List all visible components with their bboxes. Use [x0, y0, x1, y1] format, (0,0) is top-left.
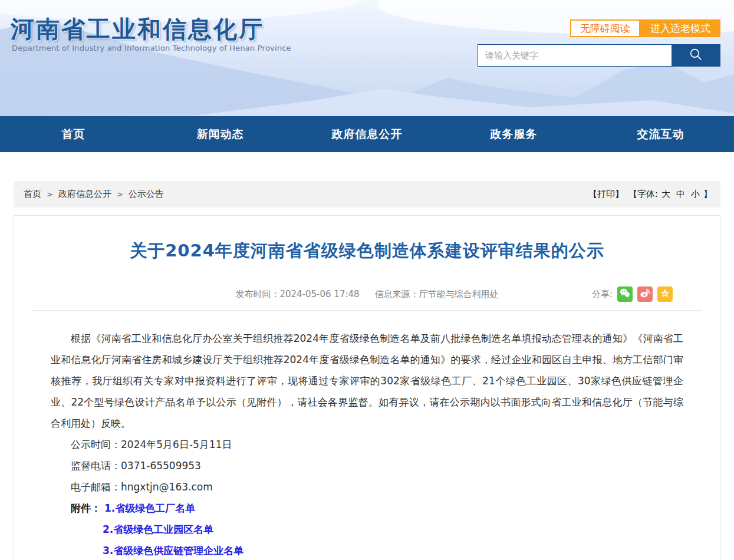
- page-tools: 【打印】 【字体: 大 中 小 】: [588, 189, 712, 200]
- attachments-line: 3.省级绿色供应链管理企业名单: [51, 540, 683, 560]
- breadcrumb-separator: >: [47, 190, 53, 199]
- breadcrumb-bar: 首页 > 政府信息公开 > 公示公告 【打印】 【字体: 大 中 小 】: [14, 181, 720, 207]
- announcement-period-label: 公示时间：: [71, 439, 121, 450]
- source-value: 厅节能与综合利用处: [419, 289, 499, 300]
- source-label: 信息来源：: [375, 289, 419, 300]
- article-container: 关于2024年度河南省省级绿色制造体系建设评审结果的公示 发布时间： 2024-…: [14, 215, 720, 560]
- font-size-tools: 【字体: 大 中 小 】: [628, 189, 712, 200]
- print-button[interactable]: 【打印】: [588, 189, 624, 200]
- site-subtitle: Department of Industry and Information T…: [12, 44, 291, 52]
- font-size-large-button[interactable]: 大: [661, 189, 670, 200]
- font-size-medium-button[interactable]: 中: [676, 189, 685, 200]
- share-qzone-button[interactable]: [657, 286, 673, 302]
- attachment-link-supply-chain[interactable]: 3.省级绿色供应链管理企业名单: [103, 545, 243, 556]
- site-title: 河南省工业和信息化厅: [11, 13, 264, 45]
- breadcrumb-announcements[interactable]: 公示公告: [129, 189, 164, 200]
- attachment-link-industrial-parks[interactable]: 2.省级绿色工业园区名单: [103, 523, 213, 535]
- font-size-label-suffix: 】: [703, 189, 712, 200]
- title-divider: [32, 310, 702, 311]
- accessibility-reading-button[interactable]: 无障碍阅读: [570, 19, 640, 37]
- nav-item-gov-info[interactable]: 政府信息公开: [294, 116, 440, 152]
- site-header: 河南省工业和信息化厅 Department of Industry and In…: [0, 0, 734, 116]
- supervision-phone-line: 监督电话：0371-65509953: [51, 455, 683, 476]
- breadcrumb: 首页 > 政府信息公开 > 公示公告: [24, 189, 164, 200]
- share-weibo-button[interactable]: [637, 286, 653, 302]
- article-paragraph: 根据《河南省工业和信息化厅办公室关于组织推荐2024年度省级绿色制造名单及前八批…: [51, 328, 683, 434]
- nav-item-home[interactable]: 首页: [0, 116, 147, 152]
- nav-item-news[interactable]: 新闻动态: [147, 116, 294, 152]
- font-size-label-prefix: 【字体:: [628, 189, 658, 200]
- nav-item-services[interactable]: 政务服务: [440, 116, 587, 152]
- breadcrumb-separator: >: [117, 190, 123, 199]
- email-line: 电子邮箱：hngxtjn@163.com: [51, 476, 683, 498]
- email-value: hngxtjn@163.com: [121, 481, 213, 493]
- share-toolbar: 分享:: [592, 286, 673, 302]
- qzone-star-icon: [659, 286, 672, 302]
- publish-time-value: 2024-05-06 17:48: [279, 289, 359, 299]
- breadcrumb-gov-info[interactable]: 政府信息公开: [58, 189, 111, 200]
- search-input[interactable]: [478, 45, 672, 66]
- font-size-small-button[interactable]: 小: [691, 189, 700, 200]
- share-label: 分享:: [592, 289, 613, 300]
- article-meta-row: 发布时间： 2024-05-06 17:48 信息来源： 厅节能与综合利用处 分…: [14, 285, 720, 303]
- announcement-period-value: 2024年5月6日-5月11日: [121, 439, 232, 450]
- share-wechat-button[interactable]: [617, 286, 633, 302]
- header-mode-buttons: 无障碍阅读 进入适老模式: [570, 19, 720, 37]
- email-label: 电子邮箱：: [71, 481, 121, 493]
- announcement-period-line: 公示时间：2024年5月6日-5月11日: [51, 434, 683, 455]
- main-navigation: 首页 新闻动态 政府信息公开 政务服务 交流互动: [0, 116, 734, 152]
- supervision-phone-label: 监督电话：: [71, 460, 121, 472]
- attachments-line: 附件：1.省级绿色工厂名单: [51, 498, 683, 519]
- search-button[interactable]: [672, 45, 720, 66]
- attachments-line: 2.省级绿色工业园区名单: [51, 519, 683, 540]
- weibo-icon: [638, 286, 651, 302]
- attachment-link-green-factories[interactable]: 1.省级绿色工厂名单: [104, 502, 195, 514]
- publish-time-label: 发布时间：: [235, 289, 279, 300]
- nav-item-interaction[interactable]: 交流互动: [587, 116, 734, 152]
- elder-mode-button[interactable]: 进入适老模式: [640, 19, 720, 37]
- site-search-bar: [478, 44, 720, 67]
- breadcrumb-home[interactable]: 首页: [24, 189, 41, 200]
- article-body: 根据《河南省工业和信息化厅办公室关于组织推荐2024年度省级绿色制造名单及前八批…: [14, 328, 720, 560]
- search-icon: [688, 47, 704, 64]
- wechat-icon: [618, 286, 631, 302]
- article-title: 关于2024年度河南省省级绿色制造体系建设评审结果的公示: [14, 239, 720, 263]
- supervision-phone-value: 0371-65509953: [121, 460, 201, 472]
- attachments-label: 附件：: [71, 502, 101, 514]
